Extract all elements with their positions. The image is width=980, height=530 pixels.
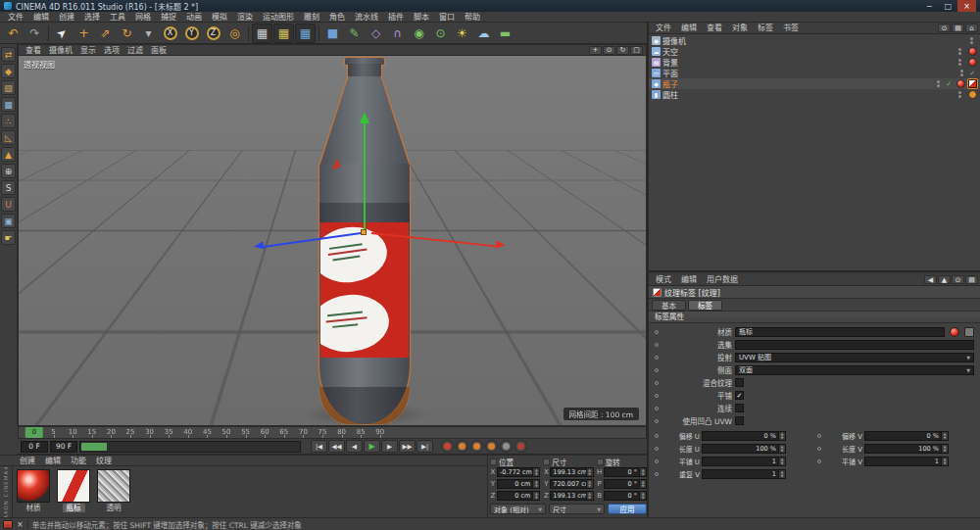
- attribute-menu-item-1[interactable]: 模式: [651, 274, 676, 285]
- material-swatch-1[interactable]: 材质: [16, 469, 51, 512]
- tag-properties-section[interactable]: 标签属性: [649, 312, 980, 323]
- visibility-dot-icon[interactable]: [958, 91, 961, 94]
- material-tag-icon[interactable]: [968, 58, 977, 67]
- enable-snap-icon[interactable]: U: [1, 197, 16, 212]
- material-tag-icon[interactable]: [956, 79, 965, 88]
- stepper-down-icon[interactable]: ▼: [640, 472, 646, 476]
- stepper[interactable]: ▲▼: [587, 467, 594, 477]
- current-frame-field[interactable]: 0 F: [21, 441, 48, 453]
- object-manager-menu-item-3[interactable]: 查看: [702, 23, 727, 33]
- y-axis-arrowhead-icon[interactable]: [360, 112, 369, 123]
- visibility-dot-icon[interactable]: [960, 73, 963, 76]
- attr-field-3[interactable]: UVW 贴图▼: [735, 353, 974, 362]
- om-path-icon[interactable]: ⌂: [965, 24, 978, 32]
- material-chip-icon[interactable]: [950, 327, 959, 337]
- om-search-icon[interactable]: ⊙: [938, 24, 951, 32]
- menubar-item-8[interactable]: 动画: [181, 12, 207, 23]
- rotate-view-icon[interactable]: ↻: [616, 46, 629, 55]
- object-manager-menu-item-1[interactable]: 文件: [651, 23, 676, 33]
- visibility-dot-icon[interactable]: [937, 80, 940, 83]
- enabled-check-icon[interactable]: ✓: [946, 80, 952, 88]
- attr-field-2[interactable]: [735, 340, 974, 350]
- object-row-bottle[interactable]: ◆瓶子✓: [649, 78, 980, 89]
- stepper-down-icon[interactable]: ▼: [779, 449, 785, 453]
- materials-menu-item-2[interactable]: 编辑: [40, 456, 66, 466]
- object-row-background[interactable]: ▤背景: [649, 57, 980, 68]
- menubar-item-17[interactable]: 窗口: [434, 12, 460, 23]
- attr-tab-1[interactable]: 基本: [652, 300, 686, 311]
- visibility-dots[interactable]: [958, 59, 961, 66]
- stepper[interactable]: ▲▼: [779, 431, 786, 441]
- lock-y-icon[interactable]: Y: [181, 24, 202, 43]
- prev-frame-button[interactable]: ◀: [346, 440, 363, 453]
- menubar-item-9[interactable]: 模拟: [207, 12, 232, 23]
- stepper[interactable]: ▲▼: [587, 479, 594, 489]
- render-view-icon[interactable]: ▦: [252, 24, 272, 43]
- stepper[interactable]: ▲▼: [942, 431, 949, 441]
- lock-z-icon[interactable]: Z: [203, 24, 223, 43]
- coords-field-size-x[interactable]: 199.13 cm▲▼: [550, 467, 593, 477]
- texture-mode-icon[interactable]: ▨: [1, 80, 16, 95]
- add-floor-icon[interactable]: ▬: [495, 24, 515, 43]
- stepper-down-icon[interactable]: ▼: [533, 484, 539, 488]
- clear-link-icon[interactable]: [964, 327, 974, 337]
- toggle-view-icon[interactable]: ▢: [630, 46, 643, 55]
- viewport-menu-item-5[interactable]: 过滤: [123, 45, 147, 56]
- menubar-item-7[interactable]: 捕捉: [156, 12, 181, 23]
- visibility-dot-icon[interactable]: [970, 41, 973, 44]
- object-row-plane[interactable]: ▭平面✓: [649, 68, 980, 78]
- key-scale-button[interactable]: [470, 440, 483, 453]
- edges-mode-icon[interactable]: ◺: [1, 130, 16, 145]
- coord-system-icon[interactable]: ◎: [224, 24, 245, 43]
- anim-dot-icon[interactable]: [655, 343, 659, 347]
- am-panel-icon[interactable]: ▤: [965, 275, 978, 284]
- pan-view-icon[interactable]: +: [589, 46, 602, 55]
- stepper[interactable]: ▲▼: [533, 479, 540, 489]
- enabled-check-icon[interactable]: ✓: [969, 70, 975, 77]
- object-manager-menu-item-4[interactable]: 对象: [727, 23, 753, 33]
- key-parameter-button[interactable]: [500, 440, 513, 453]
- attr-checkbox-7[interactable]: [735, 404, 744, 412]
- coord-size-mode-select[interactable]: 尺寸▼: [549, 504, 605, 514]
- uv-field[interactable]: 1▲▼: [864, 457, 949, 466]
- move-tool-icon[interactable]: +: [74, 24, 94, 43]
- anim-dot-icon[interactable]: [655, 407, 659, 410]
- anim-dot-icon[interactable]: [817, 434, 821, 438]
- coord-mode-select[interactable]: 对象 (相对)▼: [490, 504, 546, 514]
- stepper-down-icon[interactable]: ▼: [779, 474, 785, 478]
- stepper[interactable]: ▲▼: [942, 457, 949, 466]
- close-button[interactable]: ×: [957, 0, 976, 12]
- stepper-down-icon[interactable]: ▼: [533, 496, 539, 500]
- z-axis-arrowhead-icon[interactable]: [253, 241, 264, 250]
- stepper[interactable]: ▲▼: [640, 491, 647, 501]
- menubar-item-10[interactable]: 渲染: [232, 12, 258, 23]
- timeline-ruler[interactable]: 051015202530354045505560657075808590: [18, 426, 647, 439]
- visibility-dots[interactable]: [958, 91, 961, 98]
- anim-dot-icon[interactable]: [817, 459, 821, 463]
- record-keyframe-button[interactable]: [441, 440, 454, 453]
- timeline-slider-handle[interactable]: [81, 443, 107, 451]
- stepper-down-icon[interactable]: ▼: [942, 461, 948, 465]
- menubar-item-6[interactable]: 网格: [130, 12, 156, 23]
- visibility-dot-icon[interactable]: [958, 52, 961, 55]
- visibility-dot-icon[interactable]: [958, 63, 961, 66]
- coords-field-position-y[interactable]: 0 cm▲▼: [497, 479, 540, 489]
- undo-icon[interactable]: ↶: [3, 24, 24, 43]
- menubar-item-15[interactable]: 插件: [383, 12, 409, 23]
- visibility-dot-icon[interactable]: [960, 70, 963, 72]
- add-cube-icon[interactable]: ■: [322, 24, 343, 43]
- uv-field[interactable]: 100 %▲▼: [702, 444, 786, 454]
- stepper[interactable]: ▲▼: [533, 491, 540, 501]
- key-rotation-button[interactable]: [485, 440, 498, 453]
- quantize-icon[interactable]: ☛: [1, 230, 16, 245]
- stepper[interactable]: ▲▼: [779, 457, 786, 466]
- visibility-dots[interactable]: [970, 37, 973, 44]
- add-camera-icon[interactable]: ⊙: [430, 24, 451, 43]
- maximize-button[interactable]: □: [939, 0, 957, 12]
- object-manager-menu-item-2[interactable]: 编辑: [676, 23, 702, 33]
- stepper-down-icon[interactable]: ▼: [587, 496, 593, 500]
- uv-field[interactable]: 0 %▲▼: [864, 431, 949, 441]
- texture-tag-selected-icon[interactable]: [968, 79, 977, 88]
- attribute-menu-item-2[interactable]: 编辑: [676, 274, 702, 285]
- coords-field-size-z[interactable]: 199.13 cm▲▼: [550, 491, 593, 501]
